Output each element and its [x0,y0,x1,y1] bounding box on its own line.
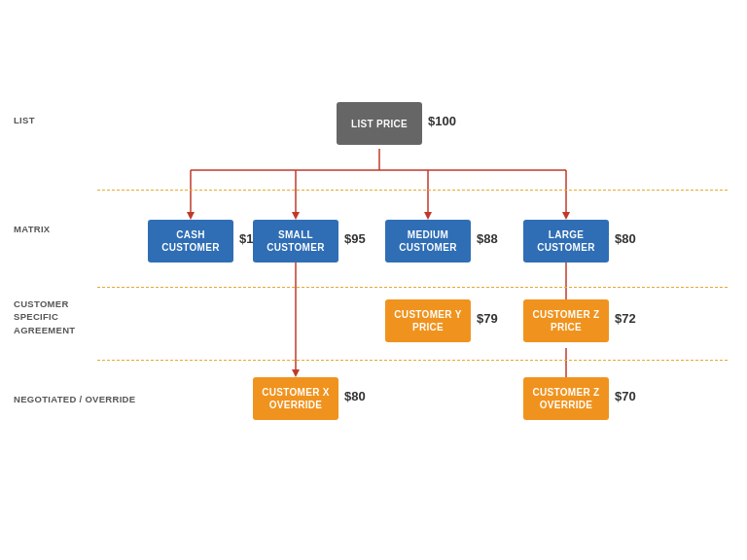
svg-marker-7 [424,212,432,220]
medium-customer-value: $88 [477,231,498,246]
svg-marker-3 [187,212,195,220]
customer-x-override-box: CUSTOMER X OVERRIDE [253,377,338,420]
customer-y-price-value: $79 [477,311,498,326]
svg-marker-9 [562,212,570,220]
customer-z-override-value: $70 [615,389,636,403]
row-label-list: LIST [14,115,35,126]
cash-customer-box: CASH CUSTOMER [148,220,233,262]
row-label-matrix: MATRIX [14,224,51,235]
large-customer-value: $80 [615,231,636,246]
dashed-line-1 [97,190,728,191]
list-price-value: $100 [428,114,456,128]
dashed-line-2 [97,287,728,288]
svg-marker-11 [292,369,300,377]
customer-z-price-box: CUSTOMER Z PRICE [523,299,609,342]
svg-marker-5 [292,212,300,220]
customer-z-override-box: CUSTOMER Z OVERRIDE [523,377,609,420]
dashed-line-3 [97,360,728,361]
row-label-customer-specific: CUSTOMER SPECIFICAGREEMENT [14,298,106,336]
small-customer-value: $95 [344,231,366,246]
arrows-svg [0,0,747,560]
row-label-negotiated: NEGOTIATED / OVERRIDE [14,394,135,405]
customer-y-price-box: CUSTOMER Y PRICE [385,299,471,342]
pricing-diagram: LIST MATRIX CUSTOMER SPECIFICAGREEMENT N… [0,0,747,560]
customer-z-price-value: $72 [615,311,636,326]
small-customer-box: SMALL CUSTOMER [253,220,338,262]
medium-customer-box: MEDIUM CUSTOMER [385,220,471,262]
list-price-box: LIST PRICE [337,102,422,145]
customer-x-override-value: $80 [344,389,366,403]
large-customer-box: LARGE CUSTOMER [523,220,609,262]
